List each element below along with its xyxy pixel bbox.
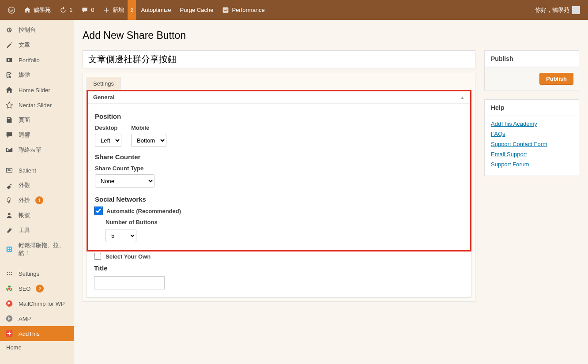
avatar bbox=[572, 6, 580, 14]
menu-label: AddThis bbox=[19, 330, 40, 337]
general-label: General bbox=[93, 94, 114, 101]
svg-point-0 bbox=[8, 7, 15, 13]
number-of-buttons-label: Number of Buttons bbox=[106, 219, 463, 225]
menu-icon bbox=[5, 270, 13, 278]
menu-label: MailChimp for WP bbox=[19, 300, 65, 307]
updates-item[interactable]: 1 bbox=[56, 0, 76, 20]
select-own-label: Select Your Own bbox=[106, 253, 151, 260]
menu-label: Salient bbox=[19, 167, 36, 174]
purge-cache-item[interactable]: Purge Cache bbox=[177, 0, 217, 20]
help-link-0[interactable]: AddThis Academy bbox=[491, 120, 573, 127]
sidebar-item-8[interactable]: 聯絡表單 bbox=[0, 143, 74, 158]
sidebar-item-17[interactable]: MailChimp for WP bbox=[0, 296, 74, 311]
site-name-label: 鵠學苑 bbox=[34, 6, 51, 14]
select-own-checkbox[interactable] bbox=[94, 253, 101, 260]
automatic-checkbox[interactable] bbox=[95, 207, 102, 214]
help-link-2[interactable]: Support Contact Form bbox=[491, 141, 573, 147]
settings-metabox: Settings General ▲ Position bbox=[83, 73, 475, 302]
new-content-item[interactable]: 新增 bbox=[99, 0, 128, 20]
autoptimize-item[interactable]: Autoptimize bbox=[138, 0, 175, 20]
menu-icon bbox=[5, 131, 13, 139]
sidebar-item-15[interactable]: Settings bbox=[0, 266, 74, 281]
sidebar-item-3[interactable]: 媒體 bbox=[0, 68, 74, 83]
performance-item[interactable]: Performance bbox=[219, 0, 268, 20]
comments-count: 0 bbox=[91, 7, 94, 13]
sidebar-item-0[interactable]: 控制台 bbox=[0, 23, 74, 38]
greeting-label: 你好，鵠學苑 bbox=[535, 6, 569, 14]
updates-count: 1 bbox=[69, 7, 72, 13]
menu-label: Home Slider bbox=[19, 87, 50, 94]
menu-label: 工具 bbox=[19, 226, 30, 234]
number-of-buttons-select[interactable]: 5 bbox=[106, 229, 136, 242]
sidebar-item-7[interactable]: 迴響 bbox=[0, 128, 74, 143]
menu-badge: 2 bbox=[36, 285, 44, 293]
menu-label: Nectar Slider bbox=[19, 102, 52, 109]
menu-label: SEO bbox=[19, 285, 30, 292]
menu-icon bbox=[5, 330, 13, 338]
sidebar-item-12[interactable]: 帳號 bbox=[0, 208, 74, 223]
menu-icon bbox=[5, 196, 13, 204]
admin-bar: 鵠學苑 1 0 新增 2 Autoptimize Purge Cache Per… bbox=[0, 0, 588, 20]
page-title: Add New Share Button bbox=[83, 30, 579, 41]
menu-label: 帳號 bbox=[19, 211, 30, 219]
sidebar-item-11[interactable]: 外掛1 bbox=[0, 193, 74, 208]
main-content: Add New Share Button Settings General ▲ bbox=[74, 20, 588, 364]
menu-icon bbox=[5, 211, 13, 219]
wp-logo-item[interactable] bbox=[4, 0, 19, 20]
menu-icon bbox=[5, 71, 13, 79]
sidebar-item-1[interactable]: 文章 bbox=[0, 38, 74, 53]
menu-label: Settings bbox=[19, 270, 39, 277]
sidebar-item-18[interactable]: AMP bbox=[0, 311, 74, 326]
sidebar-item-16[interactable]: SEO2 bbox=[0, 281, 74, 296]
share-count-type-select[interactable]: None bbox=[95, 174, 155, 188]
site-name-item[interactable]: 鵠學苑 bbox=[20, 0, 54, 20]
desktop-label: Desktop bbox=[95, 124, 121, 131]
general-section-header[interactable]: General ▲ bbox=[88, 91, 470, 104]
menu-icon bbox=[5, 315, 13, 323]
post-title-input[interactable] bbox=[83, 50, 475, 68]
sidebar-item-14[interactable]: 輕鬆排版拖、拉、酷！ bbox=[0, 238, 74, 261]
tab-settings[interactable]: Settings bbox=[87, 77, 121, 90]
menu-label: 迴響 bbox=[19, 131, 30, 139]
comments-item[interactable]: 0 bbox=[78, 0, 98, 20]
help-link-1[interactable]: FAQs bbox=[491, 131, 573, 137]
sidebar-item-19[interactable]: AddThis bbox=[0, 326, 74, 341]
sidebar-item-9[interactable]: Salient bbox=[0, 163, 74, 178]
menu-icon bbox=[5, 86, 13, 94]
greeting-item[interactable]: 你好，鵠學苑 bbox=[531, 0, 584, 20]
collapse-icon[interactable]: ▲ bbox=[460, 95, 465, 100]
title-heading: Title bbox=[94, 264, 464, 272]
social-networks-heading: Social Networks bbox=[95, 195, 463, 203]
help-header: Help bbox=[485, 100, 579, 116]
mobile-select[interactable]: Bottom bbox=[131, 134, 166, 147]
help-link-4[interactable]: Support Forum bbox=[491, 161, 573, 168]
sidebar-item-2[interactable]: Portfolio bbox=[0, 53, 74, 68]
menu-icon bbox=[5, 285, 13, 293]
menu-icon bbox=[5, 166, 13, 174]
menu-icon bbox=[5, 146, 13, 154]
admin-sidebar: 控制台文章Portfolio媒體Home SliderNectar Slider… bbox=[0, 20, 74, 364]
menu-label: 媒體 bbox=[19, 71, 30, 79]
share-counter-heading: Share Counter bbox=[95, 153, 463, 161]
sidebar-item-10[interactable]: 外觀 bbox=[0, 178, 74, 193]
menu-icon bbox=[5, 56, 13, 64]
publish-header: Publish bbox=[485, 51, 579, 67]
sidebar-item-6[interactable]: 頁面 bbox=[0, 113, 74, 128]
sidebar-item-5[interactable]: Nectar Slider bbox=[0, 98, 74, 113]
sidebar-item-13[interactable]: 工具 bbox=[0, 223, 74, 238]
adminbar-left: 鵠學苑 1 0 新增 2 Autoptimize Purge Cache Per… bbox=[4, 0, 268, 20]
menu-label: Portfolio bbox=[19, 57, 40, 64]
publish-button[interactable]: Publish bbox=[539, 73, 573, 85]
menu-icon bbox=[5, 181, 13, 189]
automatic-label: Automatic (Recommended) bbox=[106, 208, 181, 214]
sidebar-item-4[interactable]: Home Slider bbox=[0, 83, 74, 98]
menu-label: 聯絡表單 bbox=[19, 146, 41, 154]
menu-label: 文章 bbox=[19, 41, 30, 49]
title-input[interactable] bbox=[94, 276, 165, 289]
help-metabox: Help AddThis AcademyFAQsSupport Contact … bbox=[484, 99, 579, 176]
submenu-home[interactable]: Home bbox=[0, 341, 74, 354]
menu-icon bbox=[5, 41, 13, 49]
desktop-select[interactable]: Left bbox=[95, 134, 121, 147]
menu-label: 控制台 bbox=[19, 26, 36, 34]
help-link-3[interactable]: Email Support bbox=[491, 151, 573, 158]
